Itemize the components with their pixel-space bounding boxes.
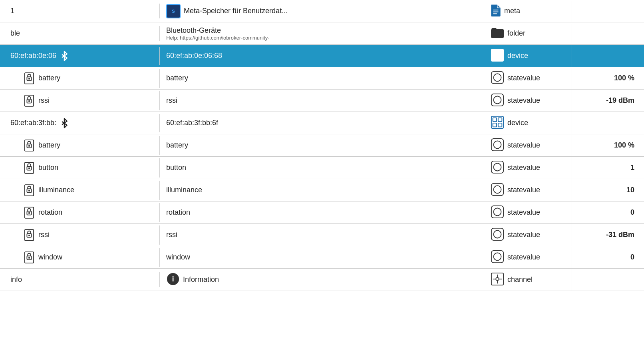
svg-rect-25 (28, 145, 30, 147)
col2-row-device1: 60:ef:ab:0e:06:68 (160, 48, 484, 63)
lock-file-icon (24, 72, 34, 85)
col3-row-button: statevalue (484, 157, 572, 179)
state-circle-icon (491, 160, 504, 175)
col1-label: button (38, 164, 58, 172)
col2-label: window (166, 253, 190, 261)
col3-label: channel (507, 275, 533, 284)
state-circle-icon (491, 205, 504, 220)
svg-rect-16 (491, 94, 503, 106)
col2-row-battery1: battery (160, 71, 484, 86)
shelly-icon: S (166, 4, 181, 18)
col2-label: Information (183, 275, 219, 284)
col4-row-1 (572, 8, 644, 14)
col1-row-button: button (0, 158, 160, 177)
table-row-row-ble[interactable]: bleBluetooth-GeräteHelp: https://github.… (0, 22, 644, 45)
col2-row-1: SMeta-Speicher für Benutzerdat... (160, 1, 484, 22)
device-icon (491, 48, 504, 64)
col3-row-device1: device (484, 45, 572, 67)
col2-label: battery (166, 141, 188, 150)
svg-rect-45 (28, 235, 30, 236)
table-row-row-1[interactable]: 1SMeta-Speicher für Benutzerdat... meta (0, 0, 644, 22)
col4-row-illuminance: 10 (572, 183, 644, 197)
col4-row-battery2: 100 % (572, 138, 644, 153)
col1-label: battery (38, 141, 60, 150)
table-row-row-device2[interactable]: 60:ef:ab:3f:bb: 60:ef:ab:3f:bb:6f device (0, 112, 644, 134)
col1-label: 60:ef:ab:0e:06 (10, 52, 56, 60)
state-circle-icon (491, 183, 504, 198)
table-row-row-info[interactable]: info i Information channel (0, 269, 644, 291)
state-circle-icon (491, 250, 504, 265)
col4-row-window: 0 (572, 250, 644, 265)
col4-row-device2 (572, 120, 644, 126)
lock-file-icon (24, 184, 34, 197)
col1-row-ble: ble (0, 26, 160, 41)
col4-row-device1 (572, 53, 644, 59)
col1-row-battery2: battery (0, 136, 160, 155)
table-row-row-button[interactable]: buttonbutton statevalue1 (0, 157, 644, 179)
col3-row-device2: device (484, 112, 572, 134)
col1-label: window (38, 253, 62, 261)
bluetooth-icon (60, 117, 68, 129)
col2-label: battery (166, 74, 188, 82)
col1-row-illuminance: illuminance (0, 181, 160, 200)
col2-row-battery2: battery (160, 138, 484, 153)
col1-label: illuminance (38, 186, 74, 194)
lock-file-icon (24, 206, 34, 219)
col1-label: battery (38, 74, 60, 82)
svg-rect-36 (491, 183, 503, 195)
table-row-row-battery2[interactable]: batterybattery statevalue100 % (0, 134, 644, 157)
table-row-row-rotation[interactable]: rotationrotation statevalue0 (0, 201, 644, 224)
col1-label: rotation (38, 208, 62, 217)
folder-dark-icon (491, 27, 504, 40)
col2-label: rssi (166, 231, 177, 239)
col4-row-ble (572, 30, 644, 37)
table-row-row-rssi2[interactable]: rssirssi statevalue-31 dBm (0, 224, 644, 246)
col2-label: rotation (166, 208, 190, 217)
col3-label: statevalue (507, 164, 540, 172)
col3-label: statevalue (507, 231, 540, 239)
col2-label: button (166, 164, 186, 172)
col1-row-battery1: battery (0, 69, 160, 88)
col3-label: statevalue (507, 186, 540, 194)
col3-label: statevalue (507, 141, 540, 150)
col3-row-ble: folder (484, 24, 572, 43)
col4-row-rssi1: -19 dBm (572, 93, 644, 108)
col2-row-window: window (160, 250, 484, 265)
lock-file-icon (24, 251, 34, 264)
svg-rect-46 (491, 228, 503, 240)
table-row-row-battery1[interactable]: batterybattery statevalue100 % (0, 67, 644, 90)
col1-label: rssi (38, 96, 50, 105)
svg-rect-50 (28, 257, 30, 259)
table-row-row-window[interactable]: windowwindow statevalue0 (0, 246, 644, 269)
col2-row-rssi2: rssi (160, 227, 484, 242)
table-row-row-device1[interactable]: 60:ef:ab:0e:06 60:ef:ab:0e:06:68 device (0, 45, 644, 67)
col2-label: 60:ef:ab:0e:06:68 (166, 52, 222, 60)
svg-text:i: i (172, 274, 174, 283)
bluetooth-icon (60, 50, 68, 62)
table-row-row-illuminance[interactable]: illuminanceilluminance statevalue10 (0, 179, 644, 201)
col3-label: device (507, 52, 528, 60)
table-row-row-rssi1[interactable]: rssirssi statevalue-19 dBm (0, 90, 644, 112)
col4-row-battery1: 100 % (572, 71, 644, 86)
col3-row-battery1: statevalue (484, 68, 572, 89)
col2-label: Bluetooth-Geräte (166, 26, 270, 35)
state-circle-icon (491, 227, 504, 243)
col2-label: 60:ef:ab:3f:bb:6f (166, 119, 218, 127)
col3-row-illuminance: statevalue (484, 179, 572, 201)
col1-row-window: window (0, 248, 160, 267)
svg-rect-31 (491, 161, 503, 173)
info-circle-icon: i (166, 272, 180, 287)
lock-file-icon (24, 94, 34, 107)
col2-label: rssi (166, 96, 177, 105)
col1-label: info (10, 275, 22, 284)
col1-label: 1 (10, 7, 14, 15)
col1-row-1: 1 (0, 4, 160, 18)
col2-row-ble: Bluetooth-GeräteHelp: https://github.com… (160, 23, 484, 44)
object-browser-table: 1SMeta-Speicher für Benutzerdat... meta … (0, 0, 644, 291)
svg-rect-30 (28, 168, 30, 169)
col3-row-window: statevalue (484, 247, 572, 268)
svg-rect-51 (491, 250, 503, 262)
col3-row-info: channel (484, 269, 572, 291)
col3-label: statevalue (507, 74, 540, 82)
device-icon (491, 116, 504, 131)
